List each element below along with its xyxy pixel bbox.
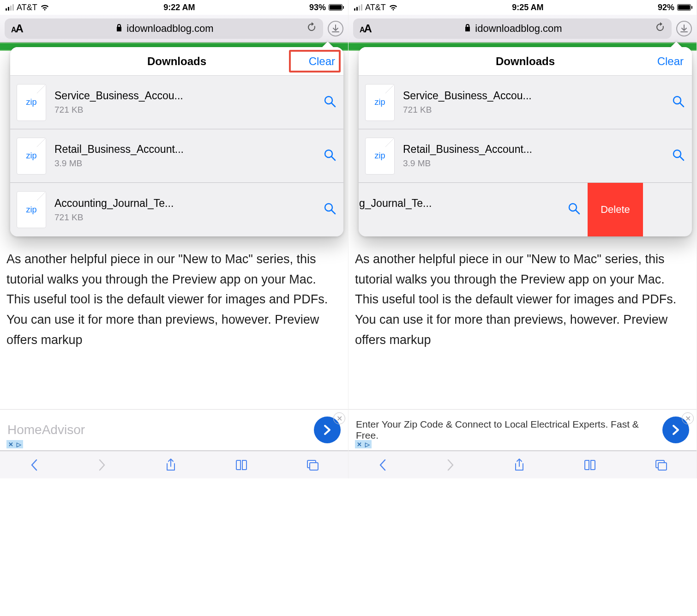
reveal-icon[interactable] xyxy=(672,95,685,110)
domain-label: idownloadblog.com xyxy=(126,23,213,35)
reveal-icon[interactable] xyxy=(323,148,337,164)
downloads-button[interactable] xyxy=(328,21,343,36)
downloads-button[interactable] xyxy=(676,21,692,36)
wifi-icon xyxy=(40,4,49,11)
carrier-label: AT&T xyxy=(365,3,386,12)
download-row[interactable]: zip Service_Business_Accou... 721 KB xyxy=(359,76,692,129)
screenshot-right: AT&T 9:25 AM 92% AA idownloadblog.com Do… xyxy=(348,0,697,478)
bookmarks-button[interactable] xyxy=(234,459,248,471)
lock-icon xyxy=(115,23,123,35)
downloads-popover: Downloads Clear zip Service_Business_Acc… xyxy=(10,47,343,236)
wifi-icon xyxy=(389,4,398,11)
reveal-icon[interactable] xyxy=(672,148,685,164)
svg-line-3 xyxy=(331,157,335,160)
downloads-popover: Downloads Clear zip Service_Business_Acc… xyxy=(359,47,692,236)
ad-text: HomeAdvisor xyxy=(7,423,306,437)
download-row[interactable]: zip Retail_Business_Account... 3.9 MB xyxy=(10,129,343,183)
zip-file-icon: zip xyxy=(17,138,46,175)
file-name: Retail_Business_Account... xyxy=(403,143,663,156)
share-button[interactable] xyxy=(165,458,177,472)
battery-percent: 92% xyxy=(658,3,674,12)
svg-line-1 xyxy=(331,103,335,107)
downloads-list: zip Service_Business_Accou... 721 KB zip… xyxy=(10,76,343,236)
ad-close-icon[interactable]: ✕ xyxy=(333,412,345,424)
zip-file-icon: zip xyxy=(365,84,395,121)
svg-line-13 xyxy=(576,210,579,214)
popover-title: Downloads xyxy=(147,55,206,68)
status-bar: AT&T 9:25 AM 92% xyxy=(348,0,697,15)
download-row-swiped[interactable]: zip Accounting_Journal_Te... 721 KB Dele… xyxy=(359,183,692,236)
file-size: 721 KB xyxy=(403,105,663,115)
adchoices-icon[interactable]: ✕▷ xyxy=(355,440,372,448)
tabs-button[interactable] xyxy=(306,459,319,471)
svg-rect-15 xyxy=(658,463,667,470)
downloads-list: zip Service_Business_Accou... 721 KB zip… xyxy=(359,76,692,236)
article-text: As another helpful piece in our "New to … xyxy=(355,249,690,350)
file-name: Accounting_Journal_Te... xyxy=(359,197,559,210)
back-button[interactable] xyxy=(378,458,388,472)
cellular-signal-icon xyxy=(354,4,362,11)
address-bar: AA idownloadblog.com xyxy=(348,15,697,42)
ad-banner[interactable]: HomeAdvisor ✕ ✕▷ xyxy=(0,409,348,451)
delete-button[interactable]: Delete xyxy=(588,183,643,236)
battery-icon xyxy=(329,4,342,11)
file-size: 3.9 MB xyxy=(54,158,315,169)
file-size: 721 KB xyxy=(54,212,315,223)
url-field[interactable]: AA idownloadblog.com xyxy=(5,18,323,39)
download-row[interactable]: zip Accounting_Journal_Te... 721 KB xyxy=(10,183,343,236)
forward-button xyxy=(97,458,107,472)
popover-header: Downloads Clear xyxy=(359,47,692,76)
safari-toolbar xyxy=(348,451,697,478)
svg-rect-7 xyxy=(310,463,318,470)
text-size-icon[interactable]: AA xyxy=(360,22,371,35)
annotation-highlight xyxy=(289,50,341,72)
reveal-icon[interactable] xyxy=(323,202,337,217)
file-name: Service_Business_Accou... xyxy=(54,90,315,102)
ad-text: Enter Your Zip Code & Connect to Local E… xyxy=(356,419,655,441)
forward-button xyxy=(445,458,456,472)
screenshot-left: AT&T 9:22 AM 93% AA idownloadblog.com Do… xyxy=(0,0,348,478)
popover-title: Downloads xyxy=(496,55,555,68)
zip-file-icon: zip xyxy=(17,84,46,121)
tabs-button[interactable] xyxy=(655,459,667,471)
share-button[interactable] xyxy=(513,458,525,472)
carrier-label: AT&T xyxy=(17,3,37,12)
address-bar: AA idownloadblog.com xyxy=(0,15,348,42)
zip-file-icon: zip xyxy=(17,191,46,228)
clear-button[interactable]: Clear xyxy=(657,55,684,68)
back-button[interactable] xyxy=(29,458,39,472)
cellular-signal-icon xyxy=(6,4,14,11)
file-size: 721 KB xyxy=(359,212,559,223)
safari-toolbar xyxy=(0,451,348,478)
lock-icon xyxy=(464,23,471,35)
download-row[interactable]: zip Service_Business_Accou... 721 KB xyxy=(10,76,343,129)
clock: 9:25 AM xyxy=(512,3,543,12)
domain-label: idownloadblog.com xyxy=(475,23,562,35)
adchoices-icon[interactable]: ✕▷ xyxy=(6,440,23,448)
bookmarks-button[interactable] xyxy=(583,459,597,471)
svg-line-11 xyxy=(680,157,684,160)
zip-file-icon: zip xyxy=(365,138,395,175)
text-size-icon[interactable]: AA xyxy=(11,22,23,35)
reload-icon[interactable] xyxy=(655,22,665,36)
file-size: 3.9 MB xyxy=(403,158,663,169)
battery-percent: 93% xyxy=(309,3,326,12)
battery-icon xyxy=(677,4,691,11)
svg-line-9 xyxy=(680,103,684,107)
svg-line-5 xyxy=(331,210,335,214)
reveal-icon[interactable] xyxy=(567,202,581,217)
popover-header: Downloads Clear xyxy=(10,47,343,76)
article-text: As another helpful piece in our "New to … xyxy=(6,249,342,350)
reload-icon[interactable] xyxy=(306,22,317,36)
reveal-icon[interactable] xyxy=(323,95,337,110)
url-field[interactable]: AA idownloadblog.com xyxy=(353,18,672,39)
clock: 9:22 AM xyxy=(163,3,195,12)
ad-close-icon[interactable]: ✕ xyxy=(682,412,694,424)
file-size: 721 KB xyxy=(54,105,315,115)
download-row[interactable]: zip Retail_Business_Account... 3.9 MB xyxy=(359,129,692,183)
file-name: Service_Business_Accou... xyxy=(403,90,663,102)
status-bar: AT&T 9:22 AM 93% xyxy=(0,0,348,15)
file-name: Retail_Business_Account... xyxy=(54,143,315,156)
file-name: Accounting_Journal_Te... xyxy=(54,197,315,210)
ad-banner[interactable]: Enter Your Zip Code & Connect to Local E… xyxy=(348,409,697,451)
